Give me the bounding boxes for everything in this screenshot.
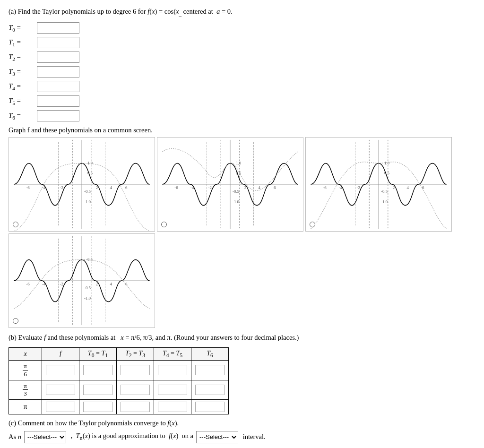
cell-x-pi: π: [9, 399, 42, 414]
cell-f-pi6: [42, 361, 79, 380]
input-t6-pi6[interactable]: [195, 365, 225, 375]
input-f-pi6[interactable]: [46, 365, 75, 375]
col-header-x: x: [9, 347, 42, 361]
poly-input-t1[interactable]: [37, 37, 79, 48]
svg-text:4: 4: [258, 185, 260, 190]
svg-text:-6: -6: [26, 185, 30, 190]
input-t45-pi[interactable]: [158, 402, 187, 412]
as-n-label: As n: [9, 433, 21, 441]
cell-t01-pi6: [79, 361, 117, 380]
svg-text:-0.5: -0.5: [233, 189, 240, 194]
col-header-t4t5: T4 = T5: [154, 347, 191, 361]
graph-4: 0.5 -0.5 -1.0 -6 -4 -2 2 4 6: [9, 233, 155, 328]
polynomial-row-t4: T4 =: [9, 81, 475, 92]
col-header-t0t1: T0 = T1: [79, 347, 117, 361]
cell-t45-pi6: [154, 361, 191, 380]
svg-text:6: 6: [422, 185, 424, 190]
input-t01-pi[interactable]: [83, 402, 112, 412]
input-t23-pi6[interactable]: [121, 365, 150, 375]
input-t6-pi3[interactable]: [195, 385, 225, 395]
input-t23-pi3[interactable]: [121, 385, 150, 395]
cell-x-pi3: π3: [9, 380, 42, 399]
graph-3: 1.0 0.5 -0.5 -1.0 -6 -4 -2 2 4 6: [305, 137, 452, 232]
poly-input-t6[interactable]: [37, 110, 79, 121]
svg-text:-4: -4: [42, 185, 46, 190]
svg-text:-2: -2: [60, 185, 63, 190]
part-c-row: As n ---Select--- → ∞ → 0 is fixed , Tn(…: [9, 431, 475, 443]
col-header-t6: T6: [191, 347, 229, 361]
poly-input-t3[interactable]: [37, 66, 79, 78]
svg-text:-1.0: -1.0: [84, 296, 91, 301]
poly-label-t2: T2 =: [9, 53, 37, 62]
part-c-title: (c) Comment on how the Taylor polynomial…: [9, 419, 475, 427]
select-n-behavior[interactable]: ---Select--- → ∞ → 0 is fixed: [24, 431, 66, 443]
table-row-pi3: π3: [9, 380, 229, 399]
polynomial-row-t1: T1 =: [9, 37, 475, 48]
poly-label-t5: T5 =: [9, 97, 37, 106]
svg-text:-1.0: -1.0: [381, 199, 388, 204]
svg-text:-2: -2: [60, 282, 63, 286]
poly-input-t0[interactable]: [37, 22, 79, 34]
col-header-f: f: [42, 347, 79, 361]
svg-text:-0.5: -0.5: [84, 285, 91, 290]
svg-text:6: 6: [274, 185, 276, 190]
svg-text:-1.0: -1.0: [84, 199, 91, 204]
polynomial-row-t0: T0 =: [9, 22, 475, 34]
polynomial-row-t2: T2 =: [9, 52, 475, 63]
svg-text:4: 4: [110, 282, 112, 286]
svg-text:-0.5: -0.5: [381, 189, 388, 194]
cell-t6-pi6: [191, 361, 229, 380]
poly-label-t4: T4 =: [9, 82, 37, 91]
cell-t23-pi3: [117, 380, 154, 399]
svg-text:-6: -6: [174, 185, 178, 190]
cell-t6-pi3: [191, 380, 229, 399]
poly-input-t2[interactable]: [37, 52, 79, 63]
graph-2: 1.0 0.5 -0.5 -1.0 -6 -4 -2 2 4 6: [157, 137, 303, 232]
poly-label-t0: T0 =: [9, 24, 37, 33]
input-t6-pi[interactable]: [195, 402, 225, 412]
eval-table-container: x f T0 = T1 T2 = T3 T4 = T5 T6 π6: [9, 347, 475, 414]
svg-text:-6: -6: [323, 185, 327, 190]
cell-t45-pi3: [154, 380, 191, 399]
graph-instruction: Graph f and these polynomials on a commo…: [9, 126, 475, 134]
poly-input-t4[interactable]: [37, 81, 79, 92]
input-t23-pi[interactable]: [121, 402, 150, 412]
svg-text:-0.5: -0.5: [84, 189, 91, 194]
poly-input-t5[interactable]: [37, 95, 79, 107]
svg-text:-2: -2: [208, 185, 211, 190]
input-t45-pi3[interactable]: [158, 385, 187, 395]
table-row-pi: π: [9, 399, 229, 414]
svg-text:1.0: 1.0: [384, 161, 390, 166]
svg-text:-4: -4: [42, 282, 46, 286]
part-c-middle-text: , Tn(x) is a good approximation to f(x) …: [69, 432, 193, 442]
polynomial-row-t5: T5 =: [9, 95, 475, 107]
cell-x-pi6: π6: [9, 361, 42, 380]
svg-text:-4: -4: [190, 185, 194, 190]
cell-t01-pi: [79, 399, 117, 414]
part-a-section: (a) Find the Taylor polynomials up to de…: [9, 7, 475, 328]
svg-text:-4: -4: [339, 185, 343, 190]
select-interval-size[interactable]: ---Select--- larger smaller fixed: [196, 431, 238, 443]
svg-text:-1.0: -1.0: [233, 199, 240, 204]
svg-text:-6: -6: [26, 282, 30, 286]
svg-text:4: 4: [110, 185, 112, 190]
input-t01-pi6[interactable]: [83, 365, 112, 375]
input-t45-pi6[interactable]: [158, 365, 187, 375]
graphs-row1: 1.0 0.5 -0.5 -1.0 -6 -4 -2 2 4 6: [9, 137, 475, 328]
poly-label-t6: T6 =: [9, 112, 37, 121]
cell-t23-pi6: [117, 361, 154, 380]
eval-table: x f T0 = T1 T2 = T3 T4 = T5 T6 π6: [9, 347, 229, 414]
col-header-t2t3: T2 = T3: [117, 347, 154, 361]
input-t01-pi3[interactable]: [83, 385, 112, 395]
svg-text:-2: -2: [356, 185, 360, 190]
poly-label-t3: T3 =: [9, 68, 37, 77]
polynomial-row-t3: T3 =: [9, 66, 475, 78]
svg-text:4: 4: [406, 185, 409, 190]
cell-t45-pi: [154, 399, 191, 414]
svg-text:6: 6: [125, 185, 128, 190]
cell-t23-pi: [117, 399, 154, 414]
poly-label-t1: T1 =: [9, 38, 37, 47]
input-f-pi3[interactable]: [46, 385, 75, 395]
svg-text:1.0: 1.0: [236, 161, 242, 166]
input-f-pi[interactable]: [46, 402, 75, 412]
